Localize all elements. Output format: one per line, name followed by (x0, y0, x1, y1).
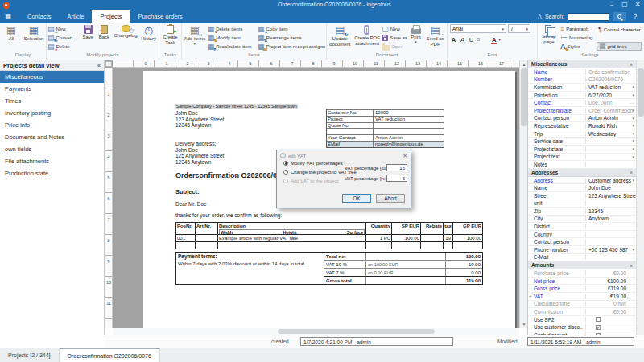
delete-items-button[interactable]: ▦×Delete items (208, 25, 257, 33)
close-button[interactable]: ✕ (631, 0, 644, 10)
search-button[interactable] (613, 12, 626, 21)
panel-row[interactable]: Purchase price€0.00 (528, 269, 636, 278)
row-control-icon[interactable] (596, 317, 601, 322)
delete-project-button[interactable]: ▤×Delete (47, 43, 80, 51)
ribbon-tab[interactable]: Projects (92, 10, 130, 23)
app-menu-button[interactable]: ▦▾ (0, 10, 19, 23)
align-left-button[interactable] (477, 38, 480, 41)
panel-row[interactable]: KommissionVAT reduction (528, 84, 636, 92)
update-document-button[interactable]: ▤↻Update document (328, 24, 353, 51)
panel-row[interactable]: NameJohn Doe (528, 184, 636, 192)
save-button[interactable]: Save (80, 24, 96, 51)
help-button[interactable]: ? (630, 12, 641, 21)
section-header[interactable]: Addresses∧ (528, 169, 636, 177)
grid-lines-button[interactable]: ▦grid lines (597, 42, 642, 51)
add-items-button[interactable]: ▦+Add items▾ (183, 24, 207, 51)
panel-row[interactable]: RepresentativeRonald Rich (528, 122, 636, 130)
receipt-assignment-button[interactable]: ▦▤Project item receipt assignment (258, 43, 325, 51)
font-color-button[interactable]: A (491, 36, 497, 43)
panel-row[interactable]: E-Mail (528, 254, 636, 262)
row-control-icon[interactable] (632, 138, 634, 143)
panel-row[interactable]: Service date (528, 138, 636, 146)
changelog-button[interactable]: Changelog (113, 24, 138, 51)
panel-row[interactable]: Country (528, 231, 636, 239)
print-button[interactable]: Print▾ (408, 24, 423, 51)
sidebar-item[interactable]: Payments (0, 83, 104, 95)
sidebar-item[interactable]: Times (0, 95, 104, 107)
ribbon-tab[interactable]: Contacts (19, 10, 60, 23)
panel-row[interactable]: Use SP2 (528, 316, 636, 324)
panel-row[interactable]: Project text (528, 154, 636, 162)
display-selection-button[interactable]: ▦Selection (23, 24, 45, 51)
font-family-select[interactable]: Arial▾ (450, 24, 506, 33)
panel-row[interactable]: Printed on6/27/2020 (528, 92, 636, 100)
row-control-icon[interactable] (632, 93, 634, 97)
section-header[interactable]: Miscellaneous∧ (528, 60, 636, 68)
panel-row[interactable]: AddressCustomer address (528, 177, 636, 185)
panel-row[interactable]: unit (528, 200, 636, 208)
new-project-button[interactable]: ▤+New (47, 25, 80, 33)
back-button[interactable]: Back (97, 24, 112, 51)
row-control-icon[interactable] (632, 131, 634, 136)
scroll-thumb[interactable] (638, 68, 644, 117)
panel-row[interactable]: CityAnytown (528, 216, 636, 224)
abort-button[interactable]: Abort (376, 194, 405, 203)
sidebar-item[interactable]: Inventory posting (0, 107, 104, 119)
row-control-icon[interactable] (632, 108, 634, 113)
recalculate-item-button[interactable]: ▦↻Recalculate item (208, 43, 257, 51)
document-horizontal-scrollbar[interactable] (113, 328, 519, 335)
sidebar-item[interactable]: File attachments (0, 155, 104, 167)
create-task-button[interactable]: Create Task (160, 24, 180, 51)
section-header[interactable]: Amounts∧ (528, 261, 636, 269)
sidebar-item[interactable]: Price info (0, 119, 104, 131)
panel-row[interactable]: ContactDoe, John (528, 99, 636, 107)
styles-button[interactable]: A✎Styles (560, 43, 596, 51)
modified-value[interactable]: 1/11/2021 5:53:19 AM - admin (527, 337, 634, 346)
document-vertical-scrollbar[interactable]: ▲ ▼ (519, 60, 527, 328)
panel-row[interactable]: NumberO202006/0076 (528, 76, 636, 84)
panel-row[interactable]: TripWednesday (528, 130, 636, 138)
align-right-button[interactable] (485, 39, 486, 40)
row-control-icon[interactable] (632, 154, 634, 159)
rearrange-items-button[interactable]: ▦⇅Rearrange items (258, 34, 325, 42)
panel-row[interactable]: Calculated time0 min (528, 301, 636, 309)
create-pdf-attachment-button[interactable]: Create PDF attachment (353, 24, 382, 51)
panel-row[interactable]: Net price€100.00 (528, 278, 636, 286)
panel-row[interactable]: Commission€0.00 (528, 308, 636, 316)
close-icon[interactable]: ✕ (402, 153, 407, 159)
panel-scrollbar[interactable] (636, 60, 644, 335)
send-as-pdf-button[interactable]: ▤▪Send as PDF (424, 24, 446, 51)
panel-row[interactable]: Project templateOrder Confirmation (528, 107, 636, 115)
panel-row[interactable]: Street123 Anywhere Street (528, 192, 636, 200)
control-character-button[interactable]: ¶Control character (597, 25, 642, 34)
row-control-icon[interactable] (596, 325, 601, 330)
vat-input[interactable]: 5 (386, 175, 407, 182)
search-input[interactable] (568, 13, 609, 21)
panel-row[interactable]: Zip12345 (528, 208, 636, 216)
numbering-button[interactable]: ≔Numbering (560, 34, 596, 42)
panel-row[interactable]: NameOrderconfirmation (528, 68, 636, 76)
align-justify-button[interactable] (488, 39, 489, 40)
row-control-icon[interactable] (632, 84, 634, 89)
row-control-icon[interactable] (632, 178, 634, 183)
panel-row[interactable]: Phone number+00 123 456 987 (528, 246, 636, 254)
font-size-select[interactable]: 7▾ (508, 24, 530, 33)
bottom-tab[interactable]: Projects [2 / 344] (0, 348, 60, 362)
panel-row[interactable]: Contact personAnton Admin (528, 115, 636, 123)
display-all-button[interactable]: ▦All (1, 24, 22, 51)
align-center-button[interactable] (481, 39, 483, 40)
splitter-handle[interactable]: ⁞ (105, 328, 113, 335)
panel-row[interactable]: Project state (528, 146, 636, 154)
ok-button[interactable]: OK (342, 194, 371, 203)
history-button[interactable]: ◷History (139, 24, 158, 51)
row-control-icon[interactable] (632, 146, 634, 151)
ribbon-tab[interactable]: Purchase orders (130, 10, 191, 23)
sidebar-item[interactable]: own fields (0, 143, 104, 155)
row-control-icon[interactable] (632, 116, 634, 121)
paragraph-button[interactable]: ≡Paragraph (560, 25, 596, 33)
sidebar-item[interactable]: Production state (0, 167, 104, 179)
setup-page-button[interactable]: Set up page (539, 24, 559, 51)
bottom-tab[interactable]: Orderconfirmation O202006/0076 (60, 348, 160, 362)
bold-button[interactable]: A (450, 35, 457, 43)
created-value[interactable]: 1/7/2020 4:21:00 PM - admin (300, 337, 453, 346)
